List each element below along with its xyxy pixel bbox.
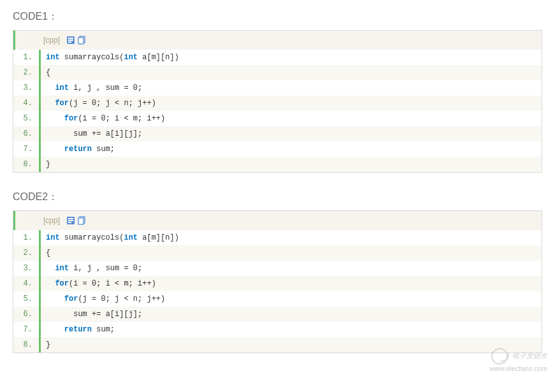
keyword: for bbox=[55, 99, 69, 108]
code-content: sum += a[i][j]; bbox=[41, 307, 542, 322]
code2-lang-tag: [cpp] bbox=[43, 216, 60, 225]
line-number: 2. bbox=[13, 245, 39, 261]
keyword: int bbox=[55, 83, 69, 92]
code-content: } bbox=[41, 157, 542, 172]
code1-header: [cpp] bbox=[13, 31, 542, 50]
code-line: 6. sum += a[i][j]; bbox=[13, 307, 542, 322]
code-line: 7. return sum; bbox=[13, 142, 542, 157]
code-content: sum += a[i][j]; bbox=[41, 126, 542, 142]
code2-header: [cpp] bbox=[13, 211, 542, 230]
line-number: 3. bbox=[13, 80, 39, 96]
code-line: 6. sum += a[i][j]; bbox=[13, 126, 542, 142]
watermark-url: www.elecfans.com bbox=[489, 365, 547, 372]
code-line: 5. for(j = 0; j < n; j++) bbox=[13, 291, 542, 307]
keyword: int bbox=[46, 233, 60, 242]
line-number: 4. bbox=[13, 96, 39, 111]
code-line: 8.} bbox=[13, 337, 542, 352]
svg-rect-5 bbox=[78, 38, 83, 44]
keyword: int bbox=[46, 53, 60, 62]
watermark-cn: 电子发烧友 bbox=[512, 352, 547, 359]
code-content: for(j = 0; j < n; j++) bbox=[41, 96, 542, 111]
code-line: 2.{ bbox=[13, 65, 542, 80]
keyword: for bbox=[64, 294, 78, 303]
code-content: for(i = 0; i < m; i++) bbox=[41, 111, 542, 126]
code-content: } bbox=[41, 337, 542, 352]
svg-rect-3 bbox=[68, 41, 71, 43]
line-number: 5. bbox=[13, 111, 39, 126]
svg-rect-2 bbox=[68, 40, 73, 41]
line-number: 4. bbox=[13, 276, 39, 291]
line-number: 6. bbox=[13, 126, 39, 142]
code2-title: CODE2： bbox=[13, 191, 542, 204]
line-number: 8. bbox=[13, 337, 39, 352]
svg-rect-9 bbox=[68, 222, 71, 223]
code-line: 3. int i, j , sum = 0; bbox=[13, 261, 542, 276]
watermark: 电子发烧友 www.elecfans.com bbox=[489, 348, 547, 372]
line-number: 7. bbox=[13, 142, 39, 157]
code-content: int sumarraycols(int a[m][n]) bbox=[41, 230, 542, 245]
copy-icon[interactable] bbox=[78, 36, 87, 45]
line-number: 3. bbox=[13, 261, 39, 276]
watermark-logo-icon bbox=[491, 348, 508, 365]
code-content: int i, j , sum = 0; bbox=[41, 261, 542, 276]
code-content: return sum; bbox=[41, 142, 542, 157]
code-line: 5. for(i = 0; i < m; i++) bbox=[13, 111, 542, 126]
code-line: 1.int sumarraycols(int a[m][n]) bbox=[13, 230, 542, 245]
code1-title: CODE1： bbox=[13, 10, 542, 24]
code-line: 8.} bbox=[13, 157, 542, 172]
code-line: 7. return sum; bbox=[13, 322, 542, 337]
svg-rect-11 bbox=[78, 218, 83, 224]
code-content: { bbox=[41, 245, 542, 261]
code-content: for(i = 0; i < m; i++) bbox=[41, 276, 542, 291]
keyword: for bbox=[64, 114, 78, 123]
line-number: 2. bbox=[13, 65, 39, 80]
line-number: 5. bbox=[13, 291, 39, 307]
code-line: 2.{ bbox=[13, 245, 542, 261]
svg-rect-7 bbox=[68, 218, 73, 219]
svg-rect-1 bbox=[68, 38, 73, 39]
keyword: for bbox=[55, 279, 69, 288]
code2-lines: 1.int sumarraycols(int a[m][n])2.{3. int… bbox=[13, 230, 542, 352]
view-plain-icon[interactable] bbox=[66, 36, 75, 45]
view-plain-icon[interactable] bbox=[66, 216, 75, 225]
keyword: int bbox=[124, 233, 138, 242]
code-line: 3. int i, j , sum = 0; bbox=[13, 80, 542, 96]
code-content: return sum; bbox=[41, 322, 542, 337]
line-number: 8. bbox=[13, 157, 39, 172]
keyword: return bbox=[64, 145, 92, 154]
code-line: 1.int sumarraycols(int a[m][n]) bbox=[13, 50, 542, 65]
code2-block: [cpp] 1.int sumarraycols(int a[m][n])2.{… bbox=[13, 210, 542, 353]
line-number: 7. bbox=[13, 322, 39, 337]
line-number: 6. bbox=[13, 307, 39, 322]
code-content: int sumarraycols(int a[m][n]) bbox=[41, 50, 542, 65]
line-number: 1. bbox=[13, 50, 39, 65]
code1-lines: 1.int sumarraycols(int a[m][n])2.{3. int… bbox=[13, 50, 542, 172]
code-line: 4. for(i = 0; i < m; i++) bbox=[13, 276, 542, 291]
line-number: 1. bbox=[13, 230, 39, 245]
code-content: for(j = 0; j < n; j++) bbox=[41, 291, 542, 307]
code-line: 4. for(j = 0; j < n; j++) bbox=[13, 96, 542, 111]
code-content: int i, j , sum = 0; bbox=[41, 80, 542, 96]
copy-icon[interactable] bbox=[78, 216, 87, 225]
keyword: int bbox=[55, 264, 69, 273]
keyword: return bbox=[64, 325, 92, 334]
keyword: int bbox=[124, 53, 138, 62]
code1-block: [cpp] 1.int sumarraycols(int a[m][n])2.{… bbox=[13, 30, 542, 173]
code-content: { bbox=[41, 65, 542, 80]
code1-lang-tag: [cpp] bbox=[43, 36, 60, 45]
svg-rect-8 bbox=[68, 220, 73, 221]
